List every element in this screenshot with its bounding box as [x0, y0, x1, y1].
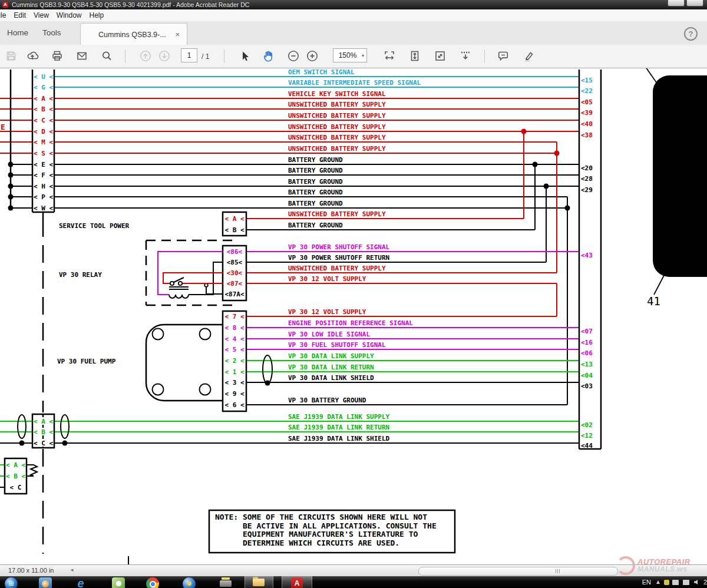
fit-width-icon[interactable] — [383, 49, 396, 62]
chrome-icon[interactable] — [146, 577, 159, 588]
language-indicator[interactable]: EN — [642, 579, 651, 586]
menu-file[interactable]: File — [0, 11, 6, 19]
wire-label: UNSWITCHED BATTERY SUPPLY — [288, 112, 386, 120]
wire-label: UNSWITCHED BATTERY SUPPLY — [288, 134, 386, 141]
explorer-taskbar-button[interactable] — [245, 576, 273, 588]
wire-label: UNSWITCHED BATTERY SUPPLY — [288, 210, 386, 218]
menu-view[interactable]: View — [34, 11, 49, 19]
connector-pin-label: <44 — [581, 442, 593, 450]
wires — [0, 70, 579, 564]
fullscreen-icon[interactable] — [434, 49, 447, 62]
connector-pin-label: < B < — [34, 428, 53, 436]
comment-icon[interactable] — [497, 49, 510, 62]
wire-label: VARIABLE INTERMEDIATE SPEED SIGNAL — [288, 79, 421, 87]
wire-label: BATTERY GROUND — [288, 222, 343, 229]
adobe-reader-taskbar-button[interactable]: A — [282, 576, 312, 588]
print-icon[interactable] — [51, 49, 64, 62]
wire-label: VP 30 LOW IDLE SIGNAL — [288, 331, 370, 338]
volume-icon[interactable] — [694, 580, 698, 584]
connector-pin-label: < C < — [34, 117, 53, 124]
connector-pin-label: <86< — [227, 248, 243, 256]
menu-edit[interactable]: Edit — [14, 11, 26, 19]
pdf-page-canvas[interactable]: NOTE: SOME OF THE CIRCUITS SHOWN HERE WI… — [0, 0, 707, 588]
connector-ref-label: 41 — [647, 295, 660, 308]
acdsee-icon[interactable] — [112, 577, 125, 588]
tab-home[interactable]: Home — [7, 28, 28, 37]
connector-pin-label: < D < — [34, 128, 53, 136]
email-icon[interactable] — [75, 49, 88, 62]
previous-page-icon[interactable] — [139, 49, 152, 62]
zoom-in-icon[interactable] — [306, 49, 319, 62]
tab-close-icon[interactable]: × — [175, 30, 180, 39]
note-line: BE ACTIVE IN ALL APPLICATIONS. CONSULT T… — [243, 521, 437, 530]
wire-label: BATTERY GROUND — [288, 167, 343, 174]
connector-pin-label: <06 — [581, 349, 593, 357]
adobe-reader-icon: A — [291, 577, 303, 588]
connector-pin-label: < 4 < — [224, 335, 244, 343]
menu-window[interactable]: Window — [57, 11, 82, 19]
wire-label: UNSWITCHED BATTERY SUPPLY — [288, 123, 386, 131]
computer-icon[interactable] — [683, 580, 689, 585]
connector-pin-label: < C — [10, 484, 22, 491]
internet-explorer-icon[interactable]: e — [74, 577, 87, 588]
connector-pin-label: < A < — [34, 95, 53, 103]
zoom-out-icon[interactable] — [287, 49, 300, 62]
wire-label: BATTERY GROUND — [288, 189, 343, 196]
acrobat-reader-window: NOTE: SOME OF THE CIRCUITS SHOWN HERE WI… — [0, 0, 707, 588]
menu-help[interactable]: Help — [90, 11, 104, 19]
fit-page-icon[interactable] — [408, 49, 421, 62]
ecm-connector-drawing — [646, 67, 707, 295]
next-page-icon[interactable] — [158, 49, 171, 62]
pump-label: VP 30 FUEL PUMP — [57, 358, 116, 365]
tab-tools[interactable]: Tools — [42, 28, 61, 37]
connector-pin-label: < 6 < — [224, 401, 244, 409]
tab-document[interactable]: Cummins QSB3.9-... × — [80, 23, 187, 45]
connector-pin-label: < 8 < — [224, 324, 244, 332]
wire-label: VP 30 BATTERY GROUND — [288, 397, 366, 404]
hand-tool-icon[interactable] — [262, 49, 275, 62]
wire-label: VP 30 DATA LINK RETURN — [288, 364, 374, 371]
start-button[interactable]: ⊞ — [5, 577, 18, 588]
highlight-icon[interactable] — [522, 49, 535, 62]
zoom-level-select[interactable]: 150% ▾ — [333, 48, 367, 62]
page-number-input[interactable] — [181, 48, 197, 62]
camera-icon[interactable] — [219, 577, 232, 588]
minimize-button[interactable] — [668, 0, 685, 6]
messenger-icon[interactable] — [183, 577, 196, 588]
wire-label: VP 30 DATA LINK SUPPLY — [288, 352, 374, 360]
wire-label: UNSWITCHED BATTERY SUPPLY — [288, 101, 386, 108]
title-bar: A Cummins QSB3.9-30 QSB4.5-30 QSB5.9-30 … — [0, 0, 707, 9]
tray-icon[interactable] — [664, 580, 669, 585]
connector-pin-label: < 9 < — [224, 390, 244, 398]
connector-pin-label: <39 — [581, 109, 593, 117]
connector-pin-label: < G < — [34, 84, 53, 91]
connector-pin-label: < U < — [34, 73, 53, 81]
wire-label: OEM SWITCH SIGNAL — [288, 68, 355, 76]
maximize-button[interactable] — [686, 0, 703, 6]
page-size-label: 17.00 x 11.00 in — [8, 567, 54, 574]
presentation-icon[interactable] — [459, 49, 472, 62]
note-box: NOTE: SOME OF THE CIRCUITS SHOWN HERE WI… — [209, 510, 455, 553]
scroll-left-icon[interactable]: ◄ — [70, 567, 74, 573]
select-tool-icon[interactable] — [238, 49, 251, 62]
search-icon[interactable] — [100, 49, 113, 62]
horizontal-scrollbar[interactable] — [418, 567, 618, 576]
media-player-icon[interactable]: ▸ — [39, 577, 52, 588]
help-icon[interactable]: ? — [684, 27, 698, 41]
wire-label: BATTERY GROUND — [288, 178, 343, 186]
service-tool-label: SERVICE TOOL POWER — [59, 222, 130, 230]
connector-pin-label: <87< — [227, 280, 243, 288]
wire-label: VP 30 POWER SHUTOFF SIGNAL — [288, 243, 390, 251]
network-icon[interactable] — [672, 580, 679, 585]
connector-pin-label: < 2 < — [224, 357, 244, 365]
connector-pin-label: <22 — [581, 87, 593, 95]
menu-bar: File Edit View Window Help — [0, 9, 707, 22]
save-icon[interactable] — [5, 49, 18, 62]
connector-pin-label: < W < — [34, 204, 53, 212]
connector-pin-label: <02 — [581, 421, 593, 429]
main-toolbar: / 1 150% ▾ — [0, 45, 707, 68]
cloud-upload-icon[interactable] — [26, 49, 39, 62]
wire-label: SAE J1939 DATA LINK SHIELD — [288, 435, 390, 442]
tray-expand-icon[interactable] — [656, 580, 660, 584]
connector-pin-label: <16 — [581, 339, 593, 346]
